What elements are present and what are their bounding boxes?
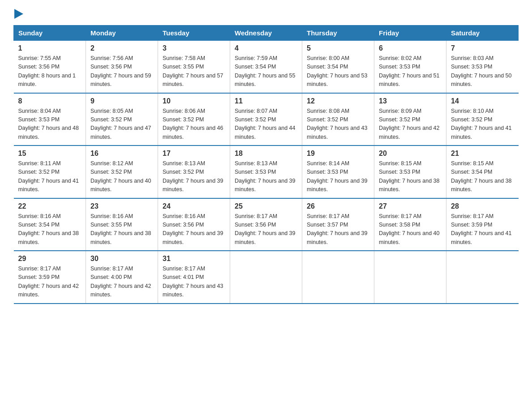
calendar-cell: [374, 251, 446, 304]
calendar-cell: 26 Sunrise: 8:17 AMSunset: 3:57 PMDaylig…: [302, 198, 374, 251]
day-info: Sunrise: 8:12 AMSunset: 3:52 PMDaylight:…: [90, 160, 151, 193]
calendar-cell: 27 Sunrise: 8:17 AMSunset: 3:58 PMDaylig…: [374, 198, 446, 251]
day-number: 22: [18, 202, 82, 210]
day-number: 25: [235, 202, 297, 210]
day-info: Sunrise: 8:03 AMSunset: 3:53 PMDaylight:…: [451, 55, 512, 87]
day-number: 1: [18, 44, 82, 52]
calendar-week-4: 22 Sunrise: 8:16 AMSunset: 3:54 PMDaylig…: [14, 198, 519, 251]
day-number: 24: [163, 202, 225, 210]
weekday-header-friday: Friday: [374, 26, 446, 41]
day-number: 26: [307, 202, 369, 210]
day-number: 28: [451, 202, 514, 210]
day-info: Sunrise: 8:00 AMSunset: 3:54 PMDaylight:…: [307, 55, 368, 87]
calendar-cell: 13 Sunrise: 8:09 AMSunset: 3:52 PMDaylig…: [374, 93, 446, 146]
day-number: 2: [90, 44, 153, 52]
calendar-cell: 18 Sunrise: 8:13 AMSunset: 3:53 PMDaylig…: [230, 146, 302, 198]
day-number: 12: [307, 97, 369, 105]
day-number: 30: [90, 255, 153, 263]
day-number: 3: [163, 44, 225, 52]
calendar-cell: 14 Sunrise: 8:10 AMSunset: 3:52 PMDaylig…: [446, 93, 519, 146]
calendar-body: 1 Sunrise: 7:55 AMSunset: 3:56 PMDayligh…: [14, 41, 519, 304]
day-info: Sunrise: 7:56 AMSunset: 3:56 PMDaylight:…: [90, 55, 151, 87]
calendar-cell: [230, 251, 302, 304]
calendar-cell: 20 Sunrise: 8:15 AMSunset: 3:53 PMDaylig…: [374, 146, 446, 198]
calendar-cell: 22 Sunrise: 8:16 AMSunset: 3:54 PMDaylig…: [14, 198, 86, 251]
day-info: Sunrise: 8:16 AMSunset: 3:56 PMDaylight:…: [163, 213, 223, 245]
calendar-week-2: 8 Sunrise: 8:04 AMSunset: 3:53 PMDayligh…: [14, 93, 519, 146]
calendar-cell: 2 Sunrise: 7:56 AMSunset: 3:56 PMDayligh…: [86, 41, 158, 93]
calendar-cell: 19 Sunrise: 8:14 AMSunset: 3:53 PMDaylig…: [302, 146, 374, 198]
day-info: Sunrise: 8:16 AMSunset: 3:55 PMDaylight:…: [90, 213, 151, 245]
day-info: Sunrise: 8:06 AMSunset: 3:52 PMDaylight:…: [163, 108, 223, 140]
day-info: Sunrise: 8:05 AMSunset: 3:52 PMDaylight:…: [90, 108, 151, 140]
calendar-cell: 29 Sunrise: 8:17 AMSunset: 3:59 PMDaylig…: [14, 251, 86, 304]
day-info: Sunrise: 8:11 AMSunset: 3:52 PMDaylight:…: [18, 160, 79, 193]
day-number: 31: [163, 255, 225, 263]
calendar-cell: [302, 251, 374, 304]
day-info: Sunrise: 8:15 AMSunset: 3:53 PMDaylight:…: [379, 160, 440, 193]
weekday-header-sunday: Sunday: [14, 26, 86, 41]
day-info: Sunrise: 8:13 AMSunset: 3:52 PMDaylight:…: [163, 160, 223, 193]
calendar-cell: [446, 251, 519, 304]
day-number: 15: [18, 150, 82, 158]
day-number: 14: [451, 97, 514, 105]
weekday-header-tuesday: Tuesday: [158, 26, 230, 41]
calendar-cell: 31 Sunrise: 8:17 AMSunset: 4:01 PMDaylig…: [158, 251, 230, 304]
calendar-cell: 12 Sunrise: 8:08 AMSunset: 3:52 PMDaylig…: [302, 93, 374, 146]
day-number: 5: [307, 44, 369, 52]
calendar-cell: 23 Sunrise: 8:16 AMSunset: 3:55 PMDaylig…: [86, 198, 158, 251]
calendar-cell: 28 Sunrise: 8:17 AMSunset: 3:59 PMDaylig…: [446, 198, 519, 251]
calendar-header: SundayMondayTuesdayWednesdayThursdayFrid…: [14, 26, 519, 41]
day-info: Sunrise: 8:16 AMSunset: 3:54 PMDaylight:…: [18, 213, 79, 245]
calendar-cell: 8 Sunrise: 8:04 AMSunset: 3:53 PMDayligh…: [14, 93, 86, 146]
day-info: Sunrise: 8:02 AMSunset: 3:53 PMDaylight:…: [379, 55, 440, 87]
calendar-cell: 9 Sunrise: 8:05 AMSunset: 3:52 PMDayligh…: [86, 93, 158, 146]
weekday-header-saturday: Saturday: [446, 26, 519, 41]
day-info: Sunrise: 8:15 AMSunset: 3:54 PMDaylight:…: [451, 160, 512, 193]
weekday-header-wednesday: Wednesday: [230, 26, 302, 41]
calendar-cell: 17 Sunrise: 8:13 AMSunset: 3:52 PMDaylig…: [158, 146, 230, 198]
day-info: Sunrise: 8:09 AMSunset: 3:52 PMDaylight:…: [379, 108, 440, 140]
day-number: 23: [90, 202, 153, 210]
calendar-cell: 25 Sunrise: 8:17 AMSunset: 3:56 PMDaylig…: [230, 198, 302, 251]
calendar-cell: 7 Sunrise: 8:03 AMSunset: 3:53 PMDayligh…: [446, 41, 519, 93]
day-info: Sunrise: 7:55 AMSunset: 3:56 PMDaylight:…: [18, 55, 76, 87]
calendar-cell: 11 Sunrise: 8:07 AMSunset: 3:52 PMDaylig…: [230, 93, 302, 146]
calendar-week-5: 29 Sunrise: 8:17 AMSunset: 3:59 PMDaylig…: [14, 251, 519, 304]
logo-triangle-icon: [14, 8, 24, 20]
day-number: 8: [18, 97, 82, 105]
day-number: 17: [163, 150, 225, 158]
calendar-cell: 10 Sunrise: 8:06 AMSunset: 3:52 PMDaylig…: [158, 93, 230, 146]
day-info: Sunrise: 8:17 AMSunset: 3:59 PMDaylight:…: [18, 265, 79, 298]
day-number: 19: [307, 150, 369, 158]
day-number: 7: [451, 44, 514, 52]
day-number: 16: [90, 150, 153, 158]
day-number: 29: [18, 255, 82, 263]
day-number: 13: [379, 97, 442, 105]
calendar-cell: 24 Sunrise: 8:16 AMSunset: 3:56 PMDaylig…: [158, 198, 230, 251]
logo: [13, 9, 24, 17]
day-info: Sunrise: 8:17 AMSunset: 4:00 PMDaylight:…: [90, 265, 151, 298]
calendar-cell: 21 Sunrise: 8:15 AMSunset: 3:54 PMDaylig…: [446, 146, 519, 198]
day-info: Sunrise: 8:08 AMSunset: 3:52 PMDaylight:…: [307, 108, 368, 140]
svg-marker-0: [14, 9, 23, 19]
day-info: Sunrise: 8:14 AMSunset: 3:53 PMDaylight:…: [307, 160, 368, 193]
day-number: 20: [379, 150, 442, 158]
day-info: Sunrise: 8:10 AMSunset: 3:52 PMDaylight:…: [451, 108, 512, 140]
day-number: 21: [451, 150, 514, 158]
calendar-cell: 1 Sunrise: 7:55 AMSunset: 3:56 PMDayligh…: [14, 41, 86, 93]
day-info: Sunrise: 8:17 AMSunset: 3:56 PMDaylight:…: [235, 213, 296, 245]
weekday-header-monday: Monday: [86, 26, 158, 41]
day-number: 10: [163, 97, 225, 105]
calendar-cell: 4 Sunrise: 7:59 AMSunset: 3:54 PMDayligh…: [230, 41, 302, 93]
calendar-cell: 6 Sunrise: 8:02 AMSunset: 3:53 PMDayligh…: [374, 41, 446, 93]
day-info: Sunrise: 8:17 AMSunset: 3:57 PMDaylight:…: [307, 213, 368, 245]
day-info: Sunrise: 8:13 AMSunset: 3:53 PMDaylight:…: [235, 160, 296, 193]
day-number: 9: [90, 97, 153, 105]
calendar-table: SundayMondayTuesdayWednesdayThursdayFrid…: [13, 25, 519, 304]
calendar-cell: 16 Sunrise: 8:12 AMSunset: 3:52 PMDaylig…: [86, 146, 158, 198]
day-info: Sunrise: 7:58 AMSunset: 3:55 PMDaylight:…: [163, 55, 223, 87]
day-info: Sunrise: 8:17 AMSunset: 3:59 PMDaylight:…: [451, 213, 512, 245]
day-number: 6: [379, 44, 442, 52]
day-number: 18: [235, 150, 297, 158]
